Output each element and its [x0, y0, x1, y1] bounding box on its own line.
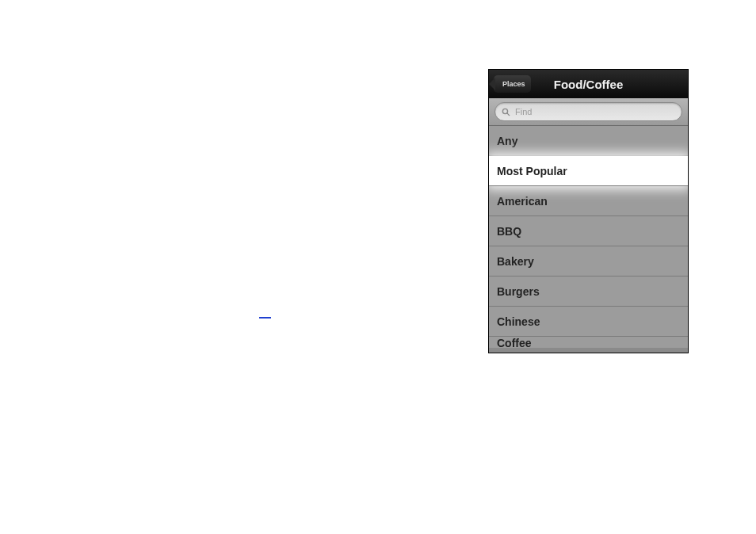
list-item[interactable]: Chinese: [489, 307, 688, 337]
search-icon: [502, 108, 510, 116]
list-item[interactable]: American: [489, 186, 688, 216]
phone-screenshot: Places Food/Coffee Any Most Popular Amer…: [488, 69, 689, 353]
list-item[interactable]: Any: [489, 126, 688, 156]
category-list: Any Most Popular American BBQ Bakery Bur…: [489, 126, 688, 348]
list-item[interactable]: Burgers: [489, 277, 688, 307]
search-input[interactable]: [515, 107, 675, 116]
list-item[interactable]: BBQ: [489, 216, 688, 246]
nav-bar: Places Food/Coffee: [489, 70, 688, 98]
list-item[interactable]: Bakery: [489, 246, 688, 277]
search-field[interactable]: [494, 102, 682, 121]
search-bar: [489, 98, 688, 126]
back-button[interactable]: Places: [494, 75, 531, 93]
list-item[interactable]: Coffee: [489, 337, 688, 348]
stray-underline: [259, 317, 271, 318]
page-title: Food/Coffee: [554, 78, 624, 91]
list-item[interactable]: Most Popular: [489, 156, 688, 186]
svg-line-1: [507, 113, 510, 115]
